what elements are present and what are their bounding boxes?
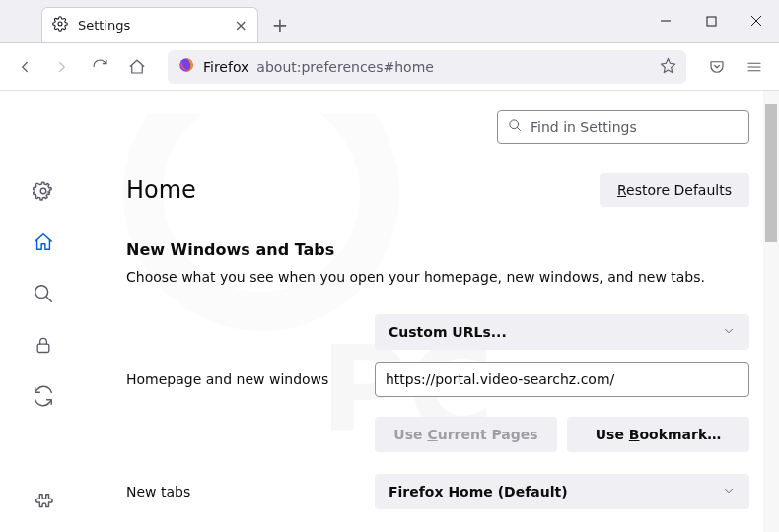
homepage-label: Homepage and new windows (126, 371, 363, 387)
sidebar-item-general[interactable] (32, 179, 55, 203)
sidebar-item-search[interactable] (32, 282, 55, 305)
scrollbar-thumb[interactable] (765, 104, 777, 242)
homepage-url-input[interactable] (375, 362, 749, 397)
home-button[interactable] (120, 50, 154, 84)
svg-point-10 (40, 188, 46, 194)
url-text: about:preferences#home (256, 59, 434, 75)
newtabs-select-value: Firefox Home (Default) (389, 484, 568, 499)
toolbar: Firefox about:preferences#home (0, 43, 779, 91)
svg-rect-2 (707, 17, 716, 26)
newtabs-select[interactable]: Firefox Home (Default) (375, 474, 749, 509)
titlebar: Settings × + (0, 0, 779, 43)
url-bar[interactable]: Firefox about:preferences#home (168, 50, 686, 84)
use-bookmark-button[interactable]: Use Bookmark… (567, 417, 749, 452)
svg-line-12 (46, 297, 52, 302)
close-tab-icon[interactable]: × (235, 16, 248, 34)
find-placeholder: Find in Settings (531, 119, 637, 135)
gear-icon (52, 16, 68, 34)
sidebar-item-home[interactable] (32, 231, 55, 254)
maximize-button[interactable] (688, 0, 734, 42)
new-tab-button[interactable]: + (264, 9, 296, 40)
reload-button[interactable] (83, 50, 116, 84)
newtabs-label: New tabs (126, 484, 363, 499)
restore-label: estore Defaults (626, 182, 732, 198)
chevron-down-icon (722, 484, 736, 500)
restore-defaults-button[interactable]: Restore Defaults (600, 173, 749, 207)
preferences-page: Find in Settings Home Restore Defaults N… (0, 91, 779, 532)
svg-point-0 (58, 22, 62, 26)
close-window-button[interactable] (734, 0, 779, 42)
svg-line-15 (517, 127, 520, 130)
homepage-mode-select[interactable]: Custom URLs... (375, 314, 749, 350)
svg-rect-13 (37, 344, 49, 352)
main-pane: Find in Settings Home Restore Defaults N… (87, 91, 779, 532)
window-controls (643, 0, 779, 42)
browser-tab[interactable]: Settings × (41, 7, 258, 42)
section-description: Choose what you see when you open your h… (126, 269, 749, 285)
sidebar-item-extensions[interactable] (32, 491, 55, 514)
back-button[interactable] (8, 50, 41, 84)
homepage-select-value: Custom URLs... (389, 324, 507, 340)
bookmark-star-icon[interactable] (660, 57, 676, 77)
find-in-settings[interactable]: Find in Settings (497, 110, 749, 144)
tab-title: Settings (78, 18, 130, 33)
page-title: Home (126, 176, 196, 204)
firefox-logo-icon (177, 56, 195, 77)
app-menu-button[interactable] (738, 50, 771, 84)
forward-button[interactable] (45, 50, 79, 84)
category-sidebar (0, 91, 87, 532)
use-current-pages-button[interactable]: Use Current Pages (375, 417, 557, 452)
section-heading: New Windows and Tabs (126, 240, 749, 259)
scrollbar[interactable] (763, 91, 779, 532)
minimize-button[interactable] (643, 0, 688, 42)
url-identity-label: Firefox (203, 59, 248, 75)
sidebar-item-sync[interactable] (32, 384, 55, 408)
sidebar-item-privacy[interactable] (32, 333, 55, 357)
search-icon (508, 118, 523, 136)
pocket-button[interactable] (700, 50, 734, 84)
chevron-down-icon (722, 324, 736, 341)
content-area: PC Find in Settings Home Restore Default… (0, 91, 779, 532)
